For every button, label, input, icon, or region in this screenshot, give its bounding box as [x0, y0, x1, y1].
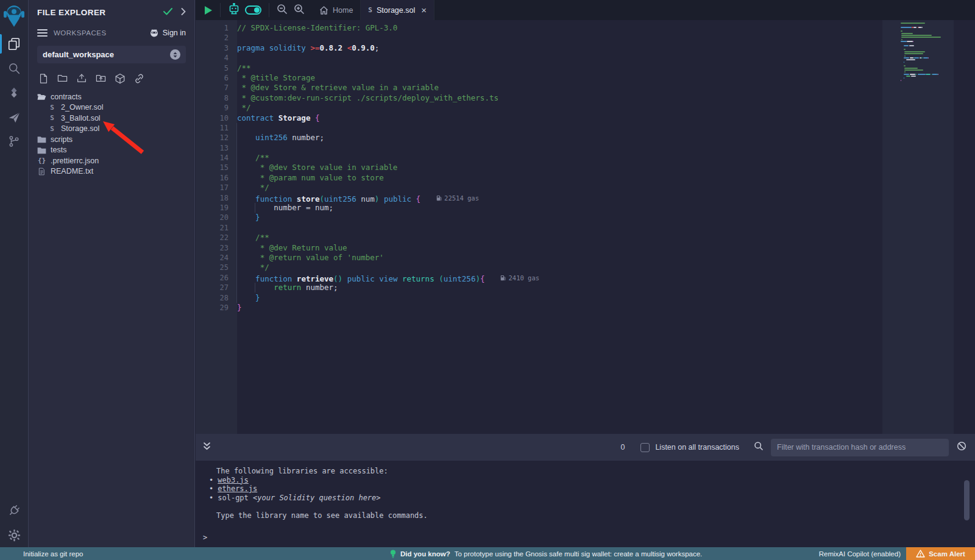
tree-item-readme-txt[interactable]: README.txt	[29, 166, 194, 177]
folder-icon	[37, 135, 46, 143]
remixai-assistant-icon[interactable]	[228, 3, 240, 17]
zoom-controls	[269, 0, 312, 20]
tree-item--prettierrc-json[interactable]: {}.prettierrc.json	[29, 155, 194, 166]
tree-item-3-ballot-sol[interactable]: S3_Ballot.sol	[29, 113, 194, 124]
code-line: }	[237, 303, 882, 313]
workspaces-label: WORKSPACES	[54, 29, 149, 37]
listen-all-transactions-checkbox[interactable]	[640, 443, 650, 452]
tree-item-label: .prettierrc.json	[51, 157, 99, 165]
minimap[interactable]	[882, 20, 954, 434]
tree-item-tests[interactable]: tests	[29, 145, 194, 156]
tab-label: Storage.sol	[377, 6, 415, 15]
tree-item-scripts[interactable]: scripts	[29, 134, 194, 145]
remixai-copilot-toggle[interactable]	[245, 5, 261, 15]
gas-estimate-badge: 2410 gas	[500, 273, 539, 283]
code-line: number = num;	[237, 203, 882, 213]
zoom-in-icon[interactable]	[294, 4, 305, 17]
code-line: /**	[237, 153, 882, 163]
workspaces-row: WORKSPACES Sign in	[29, 26, 194, 40]
transaction-filter-input[interactable]	[771, 439, 949, 456]
code-editor: 1234567891011121314151617181920212223242…	[196, 20, 975, 434]
remix-logo-icon[interactable]	[0, 0, 29, 32]
code-line: */	[237, 263, 882, 272]
tab-home[interactable]: Home	[312, 0, 361, 20]
code-line: function retrieve() public view returns …	[237, 273, 882, 283]
tip-text: To prototype using the Gnosis safe multi…	[455, 550, 703, 558]
upload-file-icon[interactable]	[76, 73, 87, 87]
remixai-copilot-status[interactable]: RemixAI Copilot (enabled)	[819, 550, 901, 558]
terminal-prompt[interactable]: >	[203, 533, 975, 542]
code-line: return number;	[237, 283, 882, 292]
scam-alert-button[interactable]: Scam Alert	[906, 547, 975, 560]
solidity-file-icon: S	[48, 104, 57, 112]
terminal-toolbar: 0 Listen on all transactions	[196, 434, 975, 461]
indent-guide	[255, 283, 255, 292]
file-explorer-header: FILE EXPLORER	[29, 0, 194, 24]
line-number-gutter: 1234567891011121314151617181920212223242…	[196, 20, 237, 434]
ipfs-cube-icon[interactable]	[115, 73, 126, 87]
new-folder-icon[interactable]	[57, 73, 68, 87]
tab-storage-sol[interactable]: S Storage.sol ×	[361, 0, 434, 20]
code-line	[237, 143, 882, 153]
zoom-out-icon[interactable]	[277, 4, 288, 17]
terminal-line: Type the library name to see available c…	[203, 511, 975, 520]
terminal-output[interactable]: The following libraries are accessible:•…	[196, 461, 975, 547]
tree-item-2-owner-sol[interactable]: S2_Owner.sol	[29, 102, 194, 113]
settings-icon[interactable]	[0, 523, 29, 547]
workspace-selector[interactable]: default_workspace	[37, 46, 186, 63]
code-line: /**	[237, 233, 882, 243]
activity-bar-bottom	[0, 498, 29, 547]
terminal-line: The following libraries are accessible:	[203, 467, 975, 476]
editor-tabbar: Home S Storage.sol ×	[196, 0, 975, 20]
init-git-repo-button[interactable]: Initialize as git repo	[0, 550, 83, 558]
clear-console-icon[interactable]	[957, 441, 966, 453]
upload-folder-icon[interactable]	[95, 73, 107, 87]
tree-item-contracts[interactable]: contracts	[29, 91, 194, 102]
code-area[interactable]: // SPDX-License-Identifier: GPL-3.0pragm…	[237, 20, 882, 434]
home-icon	[319, 6, 328, 15]
signin-label: Sign in	[163, 29, 186, 37]
new-file-icon[interactable]	[38, 73, 49, 87]
code-line: * @dev Return value	[237, 243, 882, 253]
github-signin-button[interactable]: Sign in	[149, 29, 186, 37]
code-line: * @dev Store & retrieve value in a varia…	[237, 83, 882, 93]
tree-item-label: Storage.sol	[61, 124, 99, 133]
tab-close-icon[interactable]: ×	[421, 5, 427, 15]
code-line: */	[237, 103, 882, 113]
terminal-lines: The following libraries are accessible:•…	[203, 467, 975, 520]
terminal-link[interactable]: ethers.js	[218, 484, 257, 493]
code-line: uint256 number;	[237, 133, 882, 143]
solidity-file-icon: S	[48, 125, 57, 133]
code-line	[237, 223, 882, 233]
search-icon[interactable]	[0, 56, 29, 80]
file-explorer-icon[interactable]	[0, 32, 29, 56]
activity-bar-top	[0, 0, 29, 154]
deploy-and-run-icon[interactable]	[0, 105, 29, 129]
git-icon[interactable]	[0, 129, 29, 154]
tree-item-storage-sol[interactable]: SStorage.sol	[29, 124, 194, 135]
tree-item-label: 2_Owner.sol	[61, 103, 103, 112]
code-line: pragma solidity >=0.8.2 <0.9.0;	[237, 43, 882, 53]
plugin-manager-icon[interactable]	[0, 498, 29, 523]
scam-alert-label: Scam Alert	[929, 550, 965, 558]
status-check-icon	[163, 7, 172, 18]
workspace-caret-icon	[170, 49, 180, 60]
remixai-controls	[221, 0, 269, 20]
terminal-scrollbar-thumb[interactable]	[964, 480, 970, 520]
terminal-search-icon[interactable]	[754, 441, 764, 453]
main-area: Home S Storage.sol × 1234567891011121314…	[196, 0, 975, 547]
workspaces-menu-icon[interactable]	[37, 27, 48, 38]
terminal-link[interactable]: web3.js	[218, 476, 249, 484]
status-bar: Initialize as git repo Did you know? To …	[0, 547, 975, 560]
tree-item-label: 3_Ballot.sol	[61, 114, 101, 122]
terminal-collapse-icon[interactable]	[203, 442, 211, 453]
code-line: * @return value of 'number'	[237, 253, 882, 263]
code-line: */	[237, 183, 882, 193]
panel-chevron-right-icon[interactable]	[181, 8, 186, 17]
code-line: * @title Storage	[237, 73, 882, 83]
solidity-compiler-icon[interactable]	[0, 80, 29, 105]
link-icon[interactable]	[133, 73, 145, 87]
code-line: * @param num value to store	[237, 173, 882, 183]
run-script-button[interactable]	[196, 0, 220, 20]
indent-guide	[236, 123, 237, 303]
